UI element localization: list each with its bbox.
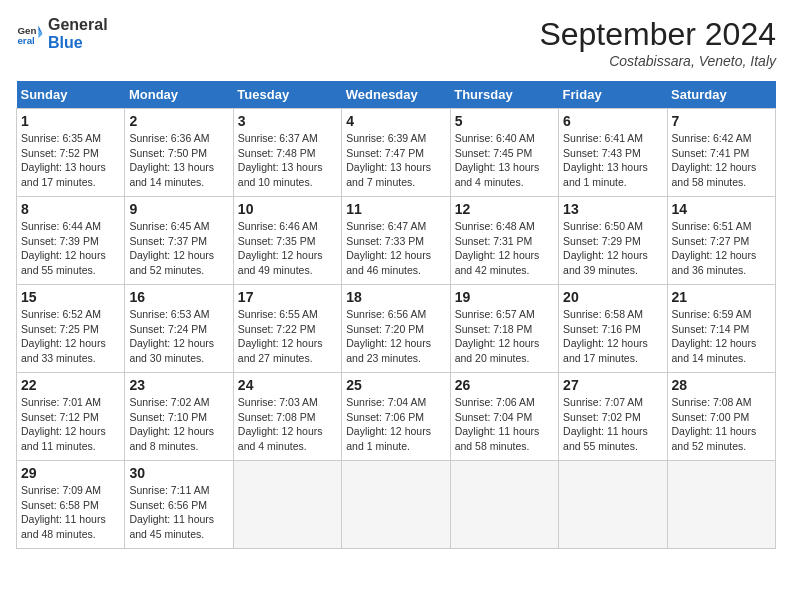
header-row: Sunday Monday Tuesday Wednesday Thursday… [17, 81, 776, 109]
day-number: 26 [455, 377, 554, 393]
day-number: 25 [346, 377, 445, 393]
day-number: 20 [563, 289, 662, 305]
day-info: Sunrise: 7:06 AM Sunset: 7:04 PM Dayligh… [455, 395, 554, 454]
day-number: 16 [129, 289, 228, 305]
day-info: Sunrise: 6:45 AM Sunset: 7:37 PM Dayligh… [129, 219, 228, 278]
day-cell-30: 30 Sunrise: 7:11 AM Sunset: 6:56 PM Dayl… [125, 461, 233, 549]
day-cell-20: 20 Sunrise: 6:58 AM Sunset: 7:16 PM Dayl… [559, 285, 667, 373]
day-cell-12: 12 Sunrise: 6:48 AM Sunset: 7:31 PM Dayl… [450, 197, 558, 285]
day-info: Sunrise: 6:57 AM Sunset: 7:18 PM Dayligh… [455, 307, 554, 366]
day-number: 10 [238, 201, 337, 217]
day-cell-28: 28 Sunrise: 7:08 AM Sunset: 7:00 PM Dayl… [667, 373, 775, 461]
svg-text:eral: eral [17, 35, 35, 46]
day-info: Sunrise: 6:51 AM Sunset: 7:27 PM Dayligh… [672, 219, 771, 278]
day-cell-4: 4 Sunrise: 6:39 AM Sunset: 7:47 PM Dayli… [342, 109, 450, 197]
day-info: Sunrise: 6:48 AM Sunset: 7:31 PM Dayligh… [455, 219, 554, 278]
day-number: 9 [129, 201, 228, 217]
day-cell-26: 26 Sunrise: 7:06 AM Sunset: 7:04 PM Dayl… [450, 373, 558, 461]
day-number: 28 [672, 377, 771, 393]
day-info: Sunrise: 6:35 AM Sunset: 7:52 PM Dayligh… [21, 131, 120, 190]
day-info: Sunrise: 6:56 AM Sunset: 7:20 PM Dayligh… [346, 307, 445, 366]
day-info: Sunrise: 6:58 AM Sunset: 7:16 PM Dayligh… [563, 307, 662, 366]
week-row-1: 1 Sunrise: 6:35 AM Sunset: 7:52 PM Dayli… [17, 109, 776, 197]
week-row-5: 29 Sunrise: 7:09 AM Sunset: 6:58 PM Dayl… [17, 461, 776, 549]
col-thursday: Thursday [450, 81, 558, 109]
day-number: 30 [129, 465, 228, 481]
col-sunday: Sunday [17, 81, 125, 109]
day-cell-24: 24 Sunrise: 7:03 AM Sunset: 7:08 PM Dayl… [233, 373, 341, 461]
day-number: 12 [455, 201, 554, 217]
day-number: 8 [21, 201, 120, 217]
day-cell-11: 11 Sunrise: 6:47 AM Sunset: 7:33 PM Dayl… [342, 197, 450, 285]
day-number: 4 [346, 113, 445, 129]
col-monday: Monday [125, 81, 233, 109]
day-cell-10: 10 Sunrise: 6:46 AM Sunset: 7:35 PM Dayl… [233, 197, 341, 285]
day-cell-8: 8 Sunrise: 6:44 AM Sunset: 7:39 PM Dayli… [17, 197, 125, 285]
day-number: 2 [129, 113, 228, 129]
day-cell-14: 14 Sunrise: 6:51 AM Sunset: 7:27 PM Dayl… [667, 197, 775, 285]
day-number: 5 [455, 113, 554, 129]
day-cell-19: 19 Sunrise: 6:57 AM Sunset: 7:18 PM Dayl… [450, 285, 558, 373]
day-number: 15 [21, 289, 120, 305]
day-info: Sunrise: 6:37 AM Sunset: 7:48 PM Dayligh… [238, 131, 337, 190]
day-cell-5: 5 Sunrise: 6:40 AM Sunset: 7:45 PM Dayli… [450, 109, 558, 197]
col-tuesday: Tuesday [233, 81, 341, 109]
day-cell-9: 9 Sunrise: 6:45 AM Sunset: 7:37 PM Dayli… [125, 197, 233, 285]
col-friday: Friday [559, 81, 667, 109]
week-row-4: 22 Sunrise: 7:01 AM Sunset: 7:12 PM Dayl… [17, 373, 776, 461]
day-cell-13: 13 Sunrise: 6:50 AM Sunset: 7:29 PM Dayl… [559, 197, 667, 285]
day-number: 13 [563, 201, 662, 217]
day-number: 21 [672, 289, 771, 305]
day-info: Sunrise: 6:41 AM Sunset: 7:43 PM Dayligh… [563, 131, 662, 190]
day-info: Sunrise: 6:53 AM Sunset: 7:24 PM Dayligh… [129, 307, 228, 366]
day-number: 22 [21, 377, 120, 393]
title-block: September 2024 Costabissara, Veneto, Ita… [539, 16, 776, 69]
day-cell-7: 7 Sunrise: 6:42 AM Sunset: 7:41 PM Dayli… [667, 109, 775, 197]
day-info: Sunrise: 6:47 AM Sunset: 7:33 PM Dayligh… [346, 219, 445, 278]
day-cell-23: 23 Sunrise: 7:02 AM Sunset: 7:10 PM Dayl… [125, 373, 233, 461]
empty-cell [342, 461, 450, 549]
day-cell-16: 16 Sunrise: 6:53 AM Sunset: 7:24 PM Dayl… [125, 285, 233, 373]
empty-cell [450, 461, 558, 549]
empty-cell [667, 461, 775, 549]
day-cell-1: 1 Sunrise: 6:35 AM Sunset: 7:52 PM Dayli… [17, 109, 125, 197]
day-number: 29 [21, 465, 120, 481]
day-info: Sunrise: 6:44 AM Sunset: 7:39 PM Dayligh… [21, 219, 120, 278]
day-info: Sunrise: 6:42 AM Sunset: 7:41 PM Dayligh… [672, 131, 771, 190]
day-number: 19 [455, 289, 554, 305]
day-info: Sunrise: 6:50 AM Sunset: 7:29 PM Dayligh… [563, 219, 662, 278]
col-wednesday: Wednesday [342, 81, 450, 109]
logo: Gen eral General Blue [16, 16, 108, 52]
day-number: 24 [238, 377, 337, 393]
day-info: Sunrise: 6:59 AM Sunset: 7:14 PM Dayligh… [672, 307, 771, 366]
day-cell-21: 21 Sunrise: 6:59 AM Sunset: 7:14 PM Dayl… [667, 285, 775, 373]
day-info: Sunrise: 6:40 AM Sunset: 7:45 PM Dayligh… [455, 131, 554, 190]
empty-cell [233, 461, 341, 549]
week-row-3: 15 Sunrise: 6:52 AM Sunset: 7:25 PM Dayl… [17, 285, 776, 373]
day-info: Sunrise: 7:01 AM Sunset: 7:12 PM Dayligh… [21, 395, 120, 454]
day-number: 11 [346, 201, 445, 217]
location: Costabissara, Veneto, Italy [539, 53, 776, 69]
day-info: Sunrise: 7:09 AM Sunset: 6:58 PM Dayligh… [21, 483, 120, 542]
day-info: Sunrise: 6:46 AM Sunset: 7:35 PM Dayligh… [238, 219, 337, 278]
day-info: Sunrise: 6:52 AM Sunset: 7:25 PM Dayligh… [21, 307, 120, 366]
logo-text: General Blue [48, 16, 108, 52]
day-number: 23 [129, 377, 228, 393]
day-cell-17: 17 Sunrise: 6:55 AM Sunset: 7:22 PM Dayl… [233, 285, 341, 373]
day-cell-2: 2 Sunrise: 6:36 AM Sunset: 7:50 PM Dayli… [125, 109, 233, 197]
day-cell-15: 15 Sunrise: 6:52 AM Sunset: 7:25 PM Dayl… [17, 285, 125, 373]
day-info: Sunrise: 6:36 AM Sunset: 7:50 PM Dayligh… [129, 131, 228, 190]
week-row-2: 8 Sunrise: 6:44 AM Sunset: 7:39 PM Dayli… [17, 197, 776, 285]
calendar-table: Sunday Monday Tuesday Wednesday Thursday… [16, 81, 776, 549]
day-cell-18: 18 Sunrise: 6:56 AM Sunset: 7:20 PM Dayl… [342, 285, 450, 373]
day-number: 27 [563, 377, 662, 393]
day-info: Sunrise: 6:55 AM Sunset: 7:22 PM Dayligh… [238, 307, 337, 366]
page-header: Gen eral General Blue September 2024 Cos… [16, 16, 776, 69]
day-info: Sunrise: 7:07 AM Sunset: 7:02 PM Dayligh… [563, 395, 662, 454]
day-number: 1 [21, 113, 120, 129]
logo-icon: Gen eral [16, 20, 44, 48]
day-info: Sunrise: 6:39 AM Sunset: 7:47 PM Dayligh… [346, 131, 445, 190]
day-cell-29: 29 Sunrise: 7:09 AM Sunset: 6:58 PM Dayl… [17, 461, 125, 549]
day-info: Sunrise: 7:03 AM Sunset: 7:08 PM Dayligh… [238, 395, 337, 454]
day-cell-25: 25 Sunrise: 7:04 AM Sunset: 7:06 PM Dayl… [342, 373, 450, 461]
